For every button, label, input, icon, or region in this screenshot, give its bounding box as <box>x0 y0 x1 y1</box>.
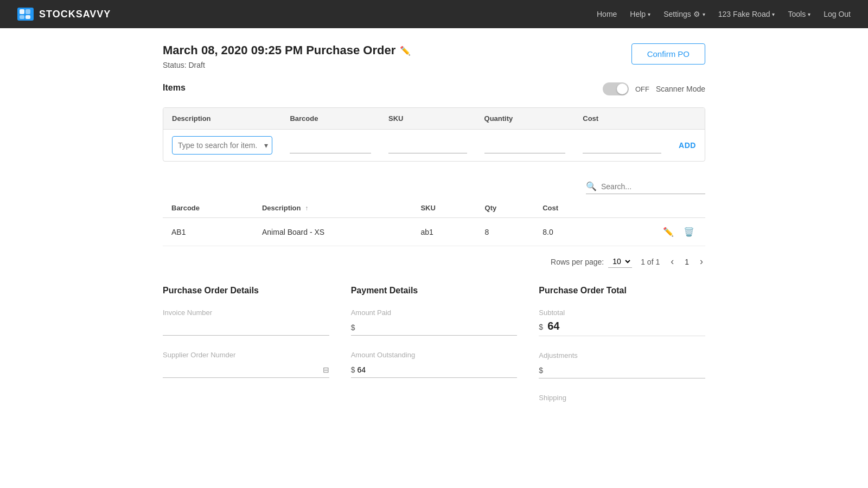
nav-tools[interactable]: Tools ▾ <box>788 10 810 18</box>
subtotal-field: Subtotal $ 64 <box>539 309 705 336</box>
help-chevron-icon: ▾ <box>648 11 650 17</box>
add-button-cell: ADD <box>670 130 705 162</box>
description-search-input[interactable] <box>172 136 272 155</box>
table-row: AB1 Animal Board - XS ab1 8 8.0 ✏️ 🗑️ <box>163 218 705 246</box>
amount-paid-field: Amount Paid $ <box>351 309 518 336</box>
brand-logo: STOCKSAVVY <box>17 8 111 21</box>
th-row-actions <box>599 198 705 218</box>
pagination-row: Rows per page: 10 25 50 1 of 1 ‹ 1 › <box>163 255 705 268</box>
adjustments-label: Adjustments <box>539 351 705 359</box>
add-barcode-cell <box>281 130 380 162</box>
toggle-off-label: OFF <box>635 85 649 93</box>
supplier-order-input-wrapper: ⊟ <box>163 362 329 378</box>
supplier-order-field: Supplier Order Numder ⊟ <box>163 351 329 378</box>
adjustments-input-wrapper: $ <box>539 363 705 378</box>
confirm-po-button[interactable]: Confirm PO <box>631 43 705 65</box>
col-header-description: Description <box>163 108 281 130</box>
svg-rect-3 <box>25 15 30 19</box>
page-header-left: March 08, 2020 09:25 PM Purchase Order ✏… <box>163 43 411 69</box>
nav-logout[interactable]: Log Out <box>824 10 851 18</box>
main-content: March 08, 2020 09:25 PM Purchase Order ✏… <box>54 28 814 432</box>
location-chevron-icon: ▾ <box>772 11 775 17</box>
add-description-cell: ▾ <box>163 130 281 162</box>
add-item-button[interactable]: ADD <box>679 141 696 150</box>
po-total-section: Purchase Order Total Subtotal $ 64 Adjus… <box>539 286 705 417</box>
subtotal-label: Subtotal <box>539 309 705 317</box>
search-box: 🔍 <box>586 179 705 194</box>
description-sort-icon[interactable]: ↑ <box>305 204 308 212</box>
add-quantity-input[interactable] <box>484 138 566 153</box>
items-section-label: Items <box>163 83 186 93</box>
po-total-title: Purchase Order Total <box>539 286 705 296</box>
nav-location[interactable]: 123 Fake Road ▾ <box>718 10 775 18</box>
nav-help[interactable]: Help ▾ <box>630 10 650 18</box>
add-item-row: ▾ <box>163 130 705 162</box>
col-header-actions <box>670 108 705 130</box>
payment-details-title: Payment Details <box>351 286 518 296</box>
adjustments-input[interactable] <box>545 363 705 378</box>
nav-home[interactable]: Home <box>597 10 617 18</box>
col-header-quantity: Quantity <box>476 108 575 130</box>
amount-outstanding-field: Amount Outstanding $ <box>351 351 518 378</box>
page-header: March 08, 2020 09:25 PM Purchase Order ✏… <box>163 43 705 69</box>
add-cost-input[interactable] <box>583 138 661 153</box>
shipping-label: Shipping <box>539 394 705 402</box>
th-sku: SKU <box>412 198 476 218</box>
rows-per-page-select[interactable]: 10 25 50 <box>608 255 632 268</box>
col-header-barcode: Barcode <box>281 108 380 130</box>
nav-settings[interactable]: Settings ⚙ ▾ <box>663 10 705 18</box>
cell-actions: ✏️ 🗑️ <box>599 218 705 246</box>
tools-chevron-icon: ▾ <box>808 11 810 17</box>
status-badge: Status: Draft <box>163 61 411 69</box>
scanner-mode-text: Scanner Mode <box>656 85 705 93</box>
amount-outstanding-input-wrapper: $ <box>351 362 518 378</box>
add-sku-input[interactable] <box>388 138 467 153</box>
items-table: Description Barcode SKU Quantity Cost <box>163 108 705 161</box>
add-cost-cell <box>574 130 670 162</box>
invoice-number-input[interactable] <box>163 320 329 336</box>
supplier-order-label: Supplier Order Numder <box>163 351 329 359</box>
amount-paid-prefix: $ <box>351 323 355 332</box>
prev-page-button[interactable]: ‹ <box>668 255 676 268</box>
cell-barcode: AB1 <box>163 218 253 246</box>
supplier-order-copy-icon[interactable]: ⊟ <box>323 365 329 374</box>
amount-outstanding-input[interactable] <box>357 362 517 377</box>
cell-description: Animal Board - XS <box>253 218 412 246</box>
cell-qty: 8 <box>476 218 534 246</box>
supplier-order-input[interactable] <box>163 362 323 377</box>
search-input[interactable] <box>601 182 705 191</box>
svg-rect-1 <box>25 9 30 14</box>
rows-per-page: Rows per page: 10 25 50 <box>551 255 632 268</box>
subtotal-prefix: $ <box>539 323 543 331</box>
items-section: Items OFF Scanner Mode Description Barco… <box>163 82 705 268</box>
shipping-field: Shipping <box>539 394 705 402</box>
next-page-button[interactable]: › <box>698 255 705 268</box>
invoice-number-field: Invoice Number <box>163 309 329 336</box>
brand-name: STOCKSAVVY <box>39 9 111 20</box>
add-quantity-cell <box>476 130 575 162</box>
amount-outstanding-prefix: $ <box>351 365 355 374</box>
svg-rect-0 <box>20 9 24 14</box>
subtotal-value: 64 <box>547 320 559 332</box>
amount-outstanding-label: Amount Outstanding <box>351 351 518 359</box>
th-cost: Cost <box>534 198 599 218</box>
settings-gear-icon: ⚙ <box>693 10 700 18</box>
po-details-title: Purchase Order Details <box>163 286 329 296</box>
scanner-mode-row: OFF Scanner Mode <box>603 82 705 95</box>
th-barcode: Barcode <box>163 198 253 218</box>
edit-title-icon[interactable]: ✏️ <box>400 46 411 56</box>
edit-row-button[interactable]: ✏️ <box>661 226 676 238</box>
svg-rect-2 <box>20 15 24 19</box>
cell-cost: 8.0 <box>534 218 599 246</box>
scanner-mode-toggle[interactable] <box>603 82 629 95</box>
brand-icon <box>17 8 34 21</box>
add-barcode-input[interactable] <box>290 138 371 153</box>
subtotal-row: $ 64 <box>539 320 705 332</box>
toggle-knob <box>617 84 628 94</box>
payment-details-section: Payment Details Amount Paid $ Amount Out… <box>351 286 518 417</box>
page-info: 1 of 1 <box>641 258 660 266</box>
amount-paid-input[interactable] <box>357 320 517 335</box>
add-sku-cell <box>380 130 476 162</box>
add-item-container: Description Barcode SKU Quantity Cost <box>163 107 705 162</box>
delete-row-button[interactable]: 🗑️ <box>681 226 697 238</box>
